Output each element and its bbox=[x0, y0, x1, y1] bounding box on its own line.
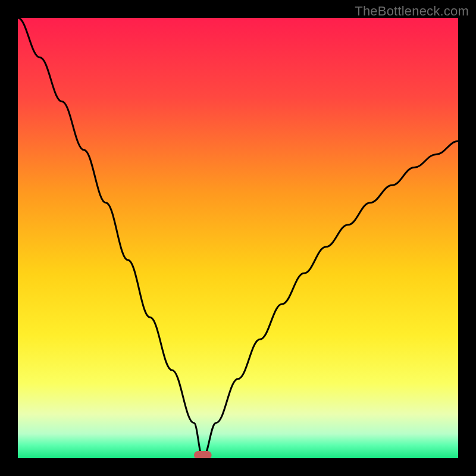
plot-area bbox=[18, 18, 458, 458]
chart-svg bbox=[18, 18, 458, 458]
gradient-background bbox=[18, 18, 458, 458]
outer-frame: TheBottleneck.com bbox=[0, 0, 476, 476]
minimum-marker bbox=[194, 451, 212, 458]
watermark-text: TheBottleneck.com bbox=[355, 4, 469, 19]
